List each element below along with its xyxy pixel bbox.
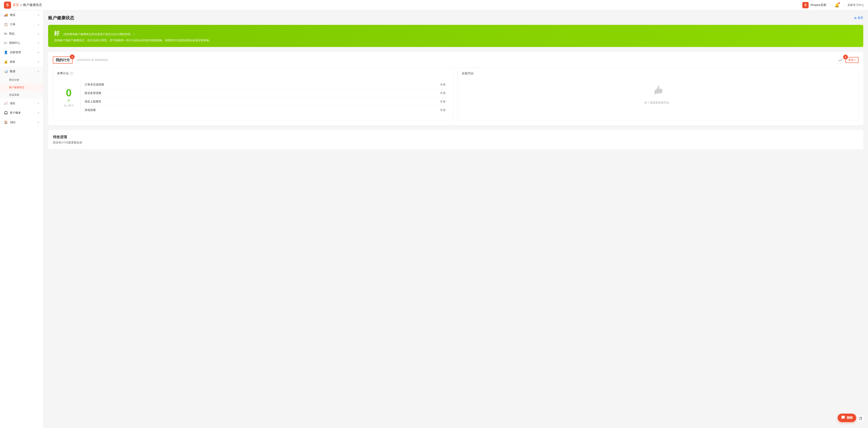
data-arrow: ∧	[37, 70, 39, 73]
score-items-col: 订单未完成违规 0 分 延迟发货违规 0 分 违反上架规范 0 分	[81, 79, 450, 116]
growth-arrow: ∨	[37, 102, 39, 105]
page-title-row: 账户健康状态 ⊞ 教育	[48, 15, 863, 21]
data-icon: 📊	[4, 69, 8, 73]
notification-bell[interactable]: 🔔	[834, 3, 839, 7]
sidebar-item-marketing-label: 营销中心	[9, 41, 20, 45]
breadcrumb-current: 账户健康状态	[23, 3, 42, 7]
customer-arrow: ∨	[37, 112, 39, 114]
sidebar-item-account-health[interactable]: 账户健康状态	[0, 84, 43, 91]
sidebar-item-products[interactable]: 🛍 商品 ∨	[0, 29, 43, 38]
education-link[interactable]: ⊞ 教育	[854, 16, 863, 20]
info-icon[interactable]: ?	[70, 72, 73, 75]
sidebar-item-customer-label: 客户服务	[10, 111, 21, 115]
score-title: 我的计分	[56, 58, 70, 62]
finance-arrow: ∨	[37, 61, 39, 63]
brand-name: Shopee卖家	[810, 3, 826, 7]
score-item-shipping-label: 延迟发货违规	[85, 91, 101, 95]
score-item-other-value: 0 分	[440, 108, 446, 112]
penalty-placeholder: 佳！您目前没有罚分。	[462, 79, 855, 111]
breadcrumb-home[interactable]: 首页	[12, 3, 19, 7]
marketing-arrow: ∨	[37, 42, 39, 44]
my-score-section: 我的计分 1 （2023/01/02 至 2023/04/02）	[48, 52, 863, 125]
sidebar-item-data[interactable]: 📊 数据 ∧	[0, 67, 43, 76]
header-brand: S Shopee卖家	[802, 2, 826, 8]
current-season-title: 本季计分 ?	[57, 72, 450, 75]
sidebar-item-marketing[interactable]: 🏷 营销中心 ∨	[0, 38, 43, 48]
sidebar-item-preferred-seller[interactable]: 优选卖家	[0, 91, 43, 99]
sidebar-item-products-label: 商品	[9, 32, 14, 35]
chat-label: 聊聊	[847, 416, 852, 420]
sidebar: 🚚 物流 ∨ 📋 订单 ∨ 🛍 商品 ∨ 🏷 营销中心 ∨	[0, 10, 43, 428]
score-item-other-label: 其他违规	[85, 108, 96, 112]
header-divider	[830, 3, 831, 7]
sidebar-item-buyer[interactable]: 👤 买家管理 ∨	[0, 48, 43, 57]
header-left: S 首页 > 账户健康状态	[4, 2, 42, 9]
main-content: 账户健康状态 ⊞ 教育 好 （您的整体账户健康状态评估是基于您在过去12周的表现…	[43, 10, 868, 428]
score-unit: 分	[67, 99, 70, 102]
page-title: 账户健康状态	[48, 15, 74, 21]
current-season-score: 本季计分 ? 0 分 比上周 0 订单未完成违规 0 分	[53, 67, 454, 120]
score-item-shipping: 延迟发货违规 0 分	[85, 89, 446, 97]
score-item-other: 其他违规 0 分	[85, 106, 446, 114]
sidebar-item-orders-label: 订单	[10, 23, 16, 26]
sidebar-item-buyer-label: 买家管理	[10, 51, 21, 54]
restore-window-button[interactable]	[857, 415, 864, 422]
learning-center-link[interactable]: 卖家学习中心	[847, 3, 864, 7]
breadcrumb-separator: >	[20, 3, 22, 7]
improvement-section: 待改进项 您还有1个问题需要改进	[48, 130, 863, 149]
products-icon: 🛍	[4, 32, 7, 35]
score-number-col: 0 分 比上周 0	[57, 79, 81, 116]
thumbs-up-icon	[652, 85, 664, 99]
score-grid: 本季计分 ? 0 分 比上周 0 订单未完成违规 0 分	[53, 67, 859, 120]
status-banner-title: 好 （您的整体账户健康状态评估是基于您在过去12周的表现。）	[54, 30, 857, 37]
score-item-listing-value: 0 分	[440, 100, 446, 103]
svg-rect-1	[859, 418, 861, 420]
score-item-shipping-value: 0 分	[440, 91, 446, 95]
sbs-arrow: ∨	[37, 121, 39, 124]
score-item-listing-label: 违反上架规范	[85, 100, 101, 103]
score-compare: 比上周 0	[64, 104, 73, 108]
sidebar-item-customer[interactable]: 🎧 客户服务 ∨	[0, 108, 43, 118]
badge-2: 2	[843, 55, 848, 59]
sbs-icon: 🏠	[4, 120, 8, 124]
score-title-box: 我的计分 1	[53, 56, 72, 64]
score-inner: 0 分 比上周 0 订单未完成违规 0 分 延迟发货违规 0 分	[57, 79, 450, 116]
brand-logo: S	[802, 2, 809, 8]
chat-float-button[interactable]: 聊聊	[838, 414, 856, 422]
svg-rect-0	[839, 61, 840, 61]
score-item-order-value: 0 分	[440, 83, 446, 86]
sidebar-item-logistics[interactable]: 🚚 物流 ∨	[0, 10, 43, 20]
sidebar-data-submenu: 商业分析 账户健康状态 优选卖家	[0, 76, 43, 99]
marketing-icon: 🏷	[4, 41, 7, 45]
sidebar-item-business-analysis[interactable]: 商业分析	[0, 76, 43, 84]
orders-arrow: ∨	[37, 23, 39, 26]
score-item-order-label: 订单未完成违规	[85, 83, 104, 86]
score-section-header: 我的计分 1 （2023/01/02 至 2023/04/02）	[53, 56, 859, 64]
sidebar-item-sbs[interactable]: 🏠 SBS ∨	[0, 118, 43, 127]
education-icon: ⊞	[854, 17, 857, 20]
sidebar-item-growth-label: 成长	[10, 102, 16, 105]
sidebar-item-growth[interactable]: 📈 成长 ∨	[0, 99, 43, 108]
products-arrow: ∨	[37, 32, 39, 35]
main-layout: 🚚 物流 ∨ 📋 订单 ∨ 🛍 商品 ∨ 🏷 营销中心 ∨	[0, 10, 868, 428]
chart-trend-icon[interactable]	[838, 57, 844, 63]
sidebar-item-data-label: 数据	[10, 70, 16, 73]
improvement-description: 您还有1个问题需要改进	[53, 141, 859, 145]
notification-dot	[838, 2, 840, 4]
status-banner-description: 您的账户现处于健康状态，在过去的12周里，您可能获得一些计分或未达到某些绩效指标…	[54, 39, 857, 42]
buyer-arrow: ∨	[37, 51, 39, 54]
logistics-icon: 🚚	[4, 13, 8, 17]
finance-icon: 💰	[4, 60, 8, 64]
sidebar-item-finance[interactable]: 💰 财务 ∨	[0, 57, 43, 67]
penalty-title: 目前罚分	[462, 72, 855, 75]
score-item-order: 订单未完成违规 0 分	[85, 81, 446, 89]
sidebar-item-sbs-label: SBS	[10, 121, 16, 124]
sidebar-item-orders[interactable]: 📋 订单 ∨	[0, 20, 43, 29]
education-label: 教育	[858, 16, 863, 20]
penalty-section: 目前罚分 佳！您目前没有罚分。	[458, 67, 859, 120]
app-header: S 首页 > 账户健康状态 S Shopee卖家 🔔 卖家学习中心	[0, 0, 868, 10]
orders-icon: 📋	[4, 23, 8, 26]
status-banner-subtitle: （您的整体账户健康状态评估是基于您在过去12周的表现。）	[61, 33, 136, 36]
logistics-arrow: ∨	[37, 13, 39, 17]
score-item-listing: 违反上架规范 0 分	[85, 97, 446, 106]
